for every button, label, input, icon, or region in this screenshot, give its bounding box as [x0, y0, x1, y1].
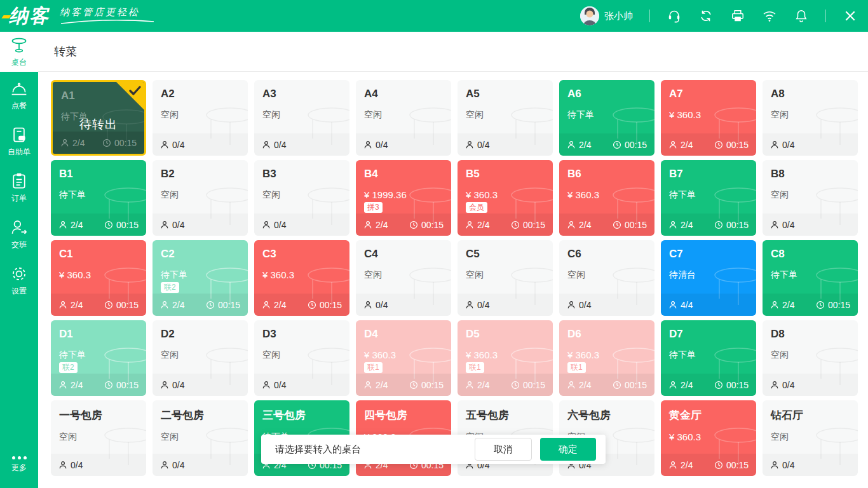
person-icon: [567, 140, 576, 149]
table-card-A8[interactable]: A8空闲0/4: [763, 80, 858, 156]
table-name: B7: [669, 168, 756, 180]
table-card-B8[interactable]: B8空闲0/4: [763, 160, 858, 236]
table-card-footer: 0/4: [458, 294, 553, 316]
table-card-D6[interactable]: D6¥ 360.3联12/400:15: [559, 320, 654, 396]
table-card-A6[interactable]: A6待下单2/400:15: [559, 80, 654, 156]
transfer-out-label: 待转出: [53, 116, 144, 133]
dining-time: 00:15: [104, 220, 139, 230]
logo-accent: [1, 15, 11, 18]
person-icon: [567, 381, 576, 390]
table-card-钻石厅[interactable]: 钻石厅空闲0/4: [763, 400, 858, 476]
table-card-A4[interactable]: A4空闲0/4: [356, 80, 451, 156]
table-card-footer: 2/400:15: [51, 294, 146, 316]
person-icon: [363, 301, 372, 309]
person-icon: [160, 461, 169, 470]
table-card-D8[interactable]: D8空闲0/4: [763, 320, 858, 396]
printer-icon[interactable]: [730, 8, 745, 24]
table-card-C2[interactable]: C2待下单联22/400:15: [153, 240, 248, 316]
dining-time: 00:15: [206, 300, 240, 310]
person-icon: [363, 220, 372, 229]
clock-icon: [511, 381, 520, 390]
person-icon: [262, 381, 271, 390]
occupancy: 0/4: [465, 300, 489, 310]
table-badge: 联1: [567, 362, 586, 373]
table-card-D3[interactable]: D3空闲0/4: [254, 320, 349, 396]
table-card-footer: 0/4: [153, 214, 248, 236]
table-status: 空闲: [262, 109, 349, 121]
clock-icon: [511, 220, 520, 229]
table-card-C8[interactable]: C8待下单2/400:15: [763, 240, 858, 316]
table-card-B7[interactable]: B7待下单2/400:15: [661, 160, 756, 236]
table-card-footer: 0/4: [254, 133, 349, 156]
table-status: 空闲: [262, 189, 349, 201]
table-card-D4[interactable]: D4¥ 360.3联12/400:15: [356, 320, 451, 396]
table-card-C1[interactable]: C1¥ 360.32/400:15: [51, 240, 146, 316]
table-card-footer: 4/4: [661, 294, 756, 316]
confirm-button[interactable]: 确定: [540, 438, 596, 461]
sidebar-item-self-order[interactable]: 自助单: [0, 118, 38, 165]
table-name: 五号包房: [466, 408, 553, 423]
person-icon: [770, 381, 779, 390]
table-card-B1[interactable]: B1待下单2/400:15: [51, 160, 146, 236]
table-card-D5[interactable]: D5¥ 360.3联12/400:15: [458, 320, 553, 396]
notification-icon[interactable]: [794, 8, 809, 24]
dining-time: 00:15: [714, 460, 749, 470]
sidebar-item-orders[interactable]: 订单: [0, 165, 38, 211]
table-status: 空闲: [161, 109, 248, 121]
table-card-B2[interactable]: B2空闲0/4: [153, 160, 248, 236]
table-name: A8: [771, 88, 858, 100]
table-card-C5[interactable]: C5空闲0/4: [458, 240, 553, 316]
table-card-footer: 2/400:15: [51, 214, 146, 236]
sidebar-item-settings[interactable]: 设置: [0, 257, 38, 304]
person-icon: [160, 140, 169, 149]
dining-time: 00:15: [409, 220, 444, 230]
person-icon: [465, 381, 474, 390]
table-card-二号包房[interactable]: 二号包房空闲0/4: [153, 400, 248, 476]
table-card-A3[interactable]: A3空闲0/4: [254, 80, 349, 156]
table-card-B6[interactable]: B6¥ 360.32/400:15: [559, 160, 654, 236]
sync-icon[interactable]: [698, 8, 714, 24]
occupancy: 0/4: [58, 460, 83, 470]
sidebar-item-order[interactable]: 点餐: [0, 72, 38, 118]
table-card-A2[interactable]: A2空闲0/4: [153, 80, 248, 156]
table-card-黄金厅[interactable]: 黄金厅¥ 360.32/400:15: [661, 400, 756, 476]
table-card-C3[interactable]: C3¥ 360.32/400:15: [254, 240, 349, 316]
occupancy: 2/4: [668, 460, 693, 470]
cancel-button[interactable]: 取消: [475, 438, 532, 461]
table-card-footer: 2/400:15: [51, 374, 146, 396]
customer-service-icon[interactable]: [667, 8, 682, 24]
table-badge: 联2: [161, 282, 179, 293]
table-status: 待下单: [59, 189, 146, 201]
wifi-icon[interactable]: [762, 8, 777, 24]
occupancy: 0/4: [465, 140, 489, 150]
sidebar-item-shift[interactable]: 交班: [0, 211, 38, 257]
table-card-footer: 2/400:15: [254, 294, 349, 316]
occupancy: 2/4: [567, 140, 591, 150]
sidebar-item-more[interactable]: 更多: [0, 442, 38, 488]
clock-icon: [104, 381, 113, 390]
table-card-D7[interactable]: D7待下单2/400:15: [661, 320, 756, 396]
occupancy: 2/4: [668, 140, 693, 150]
person-icon: [262, 220, 271, 229]
table-name: A2: [161, 88, 248, 100]
table-card-D1[interactable]: D1待下单联22/400:15: [51, 320, 146, 396]
table-name: C3: [262, 248, 349, 261]
table-card-A1[interactable]: A1待下单2/400:15待转出: [51, 80, 146, 156]
occupancy: 2/4: [668, 220, 693, 230]
user-profile[interactable]: 张小帅: [580, 6, 633, 25]
table-card-B5[interactable]: B5¥ 360.3会员2/400:15: [458, 160, 553, 236]
table-name: A5: [466, 88, 553, 100]
table-card-C4[interactable]: C4空闲0/4: [356, 240, 451, 316]
dining-time: 00:15: [308, 300, 342, 310]
table-card-B3[interactable]: B3空闲0/4: [254, 160, 349, 236]
table-card-C7[interactable]: C7待清台4/4: [661, 240, 756, 316]
close-icon[interactable]: [843, 8, 858, 24]
table-card-D2[interactable]: D2空闲0/4: [153, 320, 248, 396]
dining-time: 00:15: [613, 140, 647, 150]
table-card-A5[interactable]: A5空闲0/4: [458, 80, 553, 156]
table-card-C6[interactable]: C6空闲0/4: [559, 240, 654, 316]
table-card-B4[interactable]: B4¥ 1999.36拼32/400:15: [356, 160, 451, 236]
sidebar-item-tables[interactable]: 桌台: [0, 32, 38, 72]
table-card-A7[interactable]: A7¥ 360.32/400:15: [661, 80, 756, 156]
table-card-一号包房[interactable]: 一号包房空闲0/4: [51, 400, 146, 476]
